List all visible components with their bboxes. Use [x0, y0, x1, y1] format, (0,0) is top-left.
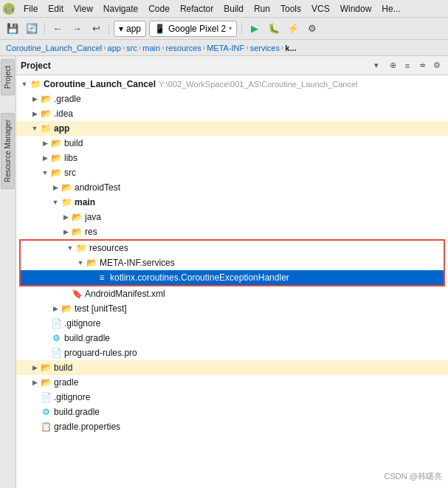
- libs-label: libs: [64, 153, 77, 163]
- app-label: app: [54, 123, 69, 134]
- root-path: Y:\002_WorkSpace\001_AS\Coroutine_Launch…: [159, 80, 357, 89]
- menu-code[interactable]: Code: [144, 2, 174, 16]
- project-side-tab[interactable]: Project: [1, 59, 15, 95]
- back-button[interactable]: ←: [49, 21, 66, 37]
- menu-file[interactable]: File: [19, 2, 42, 16]
- tree-row-gradle-root[interactable]: 📂 gradle: [16, 375, 448, 390]
- coverage-button[interactable]: ⚡: [285, 21, 301, 37]
- tree-row-res[interactable]: 📂 res: [16, 224, 448, 239]
- side-tabs: Project Resource Manager: [0, 56, 16, 488]
- run-button[interactable]: ▶: [247, 21, 263, 37]
- tree-row-java[interactable]: 📂 java: [16, 210, 448, 224]
- proguard-arrow: [40, 348, 50, 358]
- tree-row-app-buildgradle[interactable]: ⚙ build.gradle: [16, 331, 448, 346]
- breadcrumb-main[interactable]: main: [142, 44, 160, 52]
- tree-row-libs[interactable]: 📂 libs: [16, 151, 448, 165]
- tree-row-app[interactable]: 📁 app: [16, 121, 448, 136]
- expand-all-icon[interactable]: ≑: [416, 59, 429, 72]
- breadcrumb-sep-6: ›: [246, 44, 248, 52]
- breadcrumb-metainf[interactable]: META-INF: [207, 44, 244, 52]
- main-arrow: [50, 197, 61, 207]
- menu-help[interactable]: He...: [377, 2, 404, 16]
- tree-row-root-gitignore[interactable]: 📄 .gitignore: [16, 390, 448, 405]
- gear-icon[interactable]: ⚙: [430, 59, 444, 72]
- menu-vcs[interactable]: VCS: [307, 2, 334, 16]
- tree-row-gradle-dir[interactable]: 📂 .gradle: [16, 92, 448, 106]
- tree-row-androidtest[interactable]: 📂 androidTest: [16, 180, 448, 195]
- idea-icon: 📂: [40, 108, 52, 120]
- tree-row-src[interactable]: 📂 src: [16, 165, 448, 180]
- tree-view[interactable]: 📁 Coroutine_Launch_Cancel Y:\002_WorkSpa…: [16, 75, 448, 488]
- androidtest-icon: 📂: [61, 182, 72, 193]
- src-arrow: [40, 168, 50, 178]
- menu-run[interactable]: Run: [249, 2, 275, 16]
- resource-manager-tab[interactable]: Resource Manager: [1, 113, 15, 189]
- java-icon: 📂: [71, 211, 83, 223]
- menu-navigate[interactable]: Navigate: [99, 2, 142, 16]
- build-root-arrow: [30, 362, 40, 373]
- menu-view[interactable]: View: [69, 2, 97, 16]
- locate-icon[interactable]: ⊕: [386, 59, 399, 72]
- resources-section-box: 📁 resources 📂 META-INF.services ≡ kotlin…: [19, 239, 445, 286]
- tree-row-app-build[interactable]: 📂 build: [16, 136, 448, 151]
- tree-row-manifest[interactable]: 🔖 AndroidManifest.xml: [16, 286, 448, 301]
- gradle-dir-icon: 📂: [40, 93, 52, 105]
- forward-button[interactable]: →: [69, 21, 85, 37]
- tree-row-idea[interactable]: 📂 .idea: [16, 106, 448, 121]
- gradle-dir-label: .gradle: [54, 94, 81, 104]
- save-button[interactable]: 💾: [4, 21, 21, 37]
- breadcrumb: Coroutine_Launch_Cancel › app › src › ma…: [0, 40, 448, 56]
- root-gitignore-icon: 📄: [40, 391, 52, 403]
- breadcrumb-resources[interactable]: resources: [166, 44, 201, 52]
- toolbar: 💾 🔄 ← → ↩ ▾ app 📱 Google Pixel 2 ▾ ▶ 🐛 ⚡…: [0, 18, 448, 40]
- breadcrumb-root[interactable]: Coroutine_Launch_Cancel: [6, 44, 102, 52]
- menu-build[interactable]: Build: [219, 2, 248, 16]
- tree-row-main[interactable]: 📁 main: [16, 195, 448, 210]
- app-dropdown[interactable]: ▾ app: [114, 21, 146, 37]
- menu-window[interactable]: Window: [336, 2, 376, 16]
- root-buildgradle-label: build.gradle: [54, 407, 100, 417]
- menu-refactor[interactable]: Refactor: [176, 2, 218, 16]
- tree-row-proguard[interactable]: 📄 proguard-rules.pro: [16, 346, 448, 360]
- app-build-arrow: [40, 138, 50, 148]
- metainf-icon: 📂: [86, 257, 97, 269]
- gradle-dir-arrow: [30, 94, 40, 104]
- breadcrumb-sep-7: ›: [281, 44, 283, 52]
- breadcrumb-app[interactable]: app: [108, 44, 121, 52]
- res-icon: 📂: [71, 226, 83, 238]
- breadcrumb-src[interactable]: src: [126, 44, 137, 52]
- settings-menu-icon[interactable]: ≡: [401, 59, 414, 72]
- tree-row-root-buildgradle[interactable]: ⚙ build.gradle: [16, 405, 448, 419]
- panel-header: Project ▾ ⊕ ≡ ≑ ⚙: [16, 56, 448, 75]
- tree-row-build-root[interactable]: 📂 build: [16, 360, 448, 375]
- android-logo: 🤖: [3, 3, 15, 15]
- debug-button[interactable]: 🐛: [266, 21, 282, 37]
- java-label: java: [85, 212, 101, 222]
- profile-button[interactable]: ⚙: [304, 21, 320, 37]
- menu-edit[interactable]: Edit: [44, 2, 68, 16]
- manifest-arrow: [61, 289, 71, 299]
- menu-tools[interactable]: Tools: [276, 2, 306, 16]
- panel-title: Project: [21, 61, 367, 71]
- tree-row-test[interactable]: 📂 test [unitTest]: [16, 301, 448, 316]
- tree-row-metainf[interactable]: 📂 META-INF.services: [21, 255, 444, 270]
- toolbar-separator-1: [44, 22, 45, 35]
- panel-dropdown-arrow[interactable]: ▾: [370, 59, 383, 72]
- sync-button[interactable]: 🔄: [24, 21, 40, 37]
- toolbar-separator-2: [108, 22, 109, 35]
- tree-row-app-gitignore[interactable]: 📄 .gitignore: [16, 316, 448, 331]
- tree-row-handler[interactable]: ≡ kotlinx.coroutines.CoroutineExceptionH…: [21, 270, 444, 285]
- undo-button[interactable]: ↩: [88, 21, 104, 37]
- breadcrumb-services[interactable]: services: [250, 44, 280, 52]
- app-icon: 📁: [40, 123, 52, 134]
- device-label: Google Pixel 2: [168, 24, 226, 34]
- root-label: Coroutine_Launch_Cancel: [44, 79, 156, 89]
- tree-row-root[interactable]: 📁 Coroutine_Launch_Cancel Y:\002_WorkSpa…: [16, 77, 448, 92]
- tree-row-gradle-props[interactable]: 📋 gradle.properties: [16, 419, 448, 434]
- metainf-arrow: [75, 258, 86, 268]
- breadcrumb-file[interactable]: k...: [285, 44, 296, 52]
- device-dropdown[interactable]: 📱 Google Pixel 2 ▾: [149, 21, 237, 37]
- tree-row-resources[interactable]: 📁 resources: [21, 241, 444, 255]
- java-arrow: [61, 212, 71, 222]
- root-arrow: [19, 79, 30, 89]
